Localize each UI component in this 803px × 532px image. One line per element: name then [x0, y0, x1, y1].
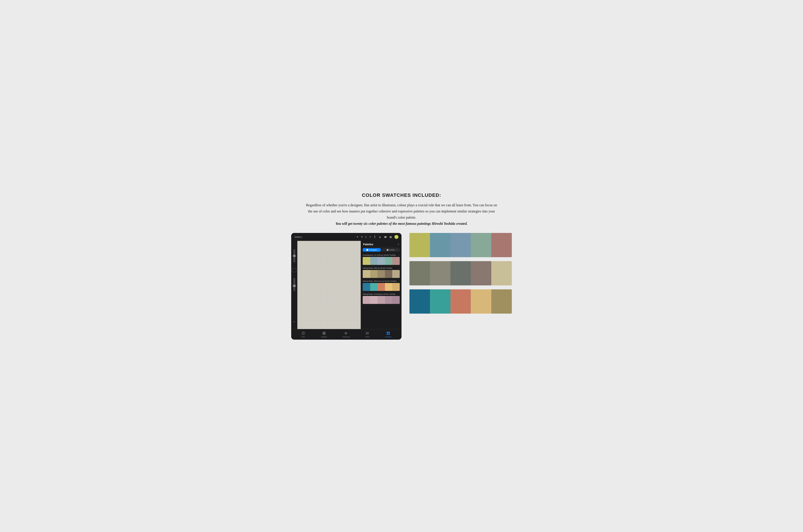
swatch-block [430, 289, 451, 314]
swatch [370, 296, 378, 304]
palettes-panel: Palettes + Compact Cards [361, 241, 401, 329]
swatch-block [430, 233, 451, 257]
svg-rect-11 [366, 332, 369, 332]
swatch [363, 283, 370, 291]
bold-italic-text: You will get twenty six color palettes o… [335, 222, 468, 225]
swatch [378, 296, 385, 304]
canvas-area[interactable] [297, 241, 361, 329]
value-icon [365, 331, 369, 336]
content-row: Gallery ✦ ✦ S ↗ [291, 233, 512, 340]
value-label: Value [365, 336, 369, 338]
swatch-row-2 [409, 261, 512, 285]
icon-transform[interactable]: S [365, 235, 367, 239]
swatch [392, 257, 400, 265]
swatch-row-1 [409, 233, 512, 257]
swatch [363, 296, 370, 304]
palette-more-2[interactable]: ··· [398, 267, 400, 269]
brush-size-slider[interactable] [293, 249, 295, 263]
icon-undo[interactable]: ✦ [356, 235, 359, 239]
swatch-block [409, 289, 430, 314]
icon-redo[interactable]: ✦ [361, 235, 363, 239]
svg-rect-10 [323, 332, 326, 335]
svg-rect-6 [366, 249, 368, 251]
swatch-block [491, 233, 512, 257]
compact-icon [366, 249, 368, 251]
palette-entry: Sailing Boats, Evening by Hiroshi Yoshid… [361, 292, 401, 305]
tab-cards-label: Cards [389, 249, 395, 251]
swatch [385, 257, 393, 265]
classic-label: Classic [321, 336, 327, 338]
svg-rect-14 [387, 332, 388, 333]
disc-label: Disc [302, 336, 305, 338]
palettes-icon [386, 331, 390, 336]
swatch-block [451, 233, 471, 257]
opacity-slider[interactable] [293, 278, 295, 291]
gallery-label: Gallery [294, 235, 302, 238]
svg-rect-12 [366, 333, 369, 334]
swatch-block [409, 261, 430, 285]
palette-entry-header: Sailing Boats, Mist by Hiroshi Yoshida ·… [363, 267, 400, 269]
swatch [378, 257, 385, 265]
brush-icon [373, 235, 376, 239]
tool-disc[interactable]: Disc [301, 331, 306, 338]
svg-rect-2 [389, 236, 392, 237]
swatch [392, 283, 400, 291]
palette-swatches-4 [363, 296, 400, 304]
icon-share[interactable]: ↗ [369, 235, 371, 239]
palettes-tabs: Compact Cards [361, 248, 401, 253]
svg-rect-13 [366, 334, 369, 334]
palette-name-3: Sailing Boats, Afternoon by Hiroshi Yosh… [363, 280, 398, 282]
tool-palettes[interactable]: Palettes [385, 331, 391, 338]
tab-compact[interactable]: Compact [363, 248, 381, 252]
svg-rect-17 [388, 334, 390, 335]
swatch [385, 270, 393, 278]
palettes-list: Hodakayama, (1) 1926 by Hiroshi Yoshida … [361, 253, 401, 329]
palette-more-4[interactable]: ··· [398, 293, 400, 295]
color-dot[interactable] [395, 235, 398, 239]
swatch [370, 257, 378, 265]
svg-rect-3 [389, 237, 392, 238]
add-palette-button[interactable]: + [398, 243, 399, 246]
swatch-block [471, 289, 491, 314]
swatch [370, 270, 378, 278]
tool-classic[interactable]: Classic [321, 331, 327, 338]
palette-swatches-2 [363, 270, 400, 278]
palette-name-4: Sailing Boats, Evening by Hiroshi Yoshid… [363, 293, 398, 295]
disc-icon [301, 331, 306, 336]
svg-rect-15 [388, 332, 390, 333]
palette-more-1[interactable]: ··· [398, 254, 400, 256]
swatch [370, 283, 378, 291]
svg-rect-1 [384, 236, 386, 238]
swatch-block [491, 289, 512, 314]
tool-value[interactable]: Value [365, 331, 369, 338]
canvas-texture [297, 241, 361, 329]
square-tool[interactable] [292, 268, 296, 272]
palette-swatches-3 [363, 283, 400, 291]
swatch-block [491, 261, 512, 285]
swatch-block [451, 289, 471, 314]
tool-harmony[interactable]: Harmony [342, 331, 349, 338]
ipad-main: Palettes + Compact Cards [291, 241, 401, 329]
undo-icon[interactable] [293, 321, 296, 324]
swatch [363, 270, 370, 278]
swatch-block [471, 261, 491, 285]
palette-more-3[interactable]: ··· [398, 280, 400, 282]
ipad-mockup: Gallery ✦ ✦ S ↗ [291, 233, 401, 340]
swatch [385, 296, 393, 304]
palette-name-1: Hodakayama, (1) 1926 by Hiroshi Yoshida [363, 254, 398, 256]
left-toolbar [291, 241, 297, 329]
palette-entry: Sailing Boats, Afternoon by Hiroshi Yosh… [361, 279, 401, 292]
svg-rect-4 [389, 238, 392, 238]
palettes-title: Palettes [363, 243, 373, 246]
svg-rect-0 [375, 235, 375, 238]
ipad-top-bar: Gallery ✦ ✦ S ↗ [291, 233, 401, 241]
tab-compact-label: Compact [369, 249, 377, 251]
cards-icon [387, 249, 388, 251]
harmony-label: Harmony [342, 336, 349, 338]
palette-entry: Hodakayama, (1) 1926 by Hiroshi Yoshida … [361, 253, 401, 266]
pen-icon [379, 235, 382, 239]
tab-cards[interactable]: Cards [382, 248, 400, 252]
svg-rect-7 [387, 249, 388, 251]
layers-icon [389, 235, 392, 239]
swatch [363, 257, 370, 265]
